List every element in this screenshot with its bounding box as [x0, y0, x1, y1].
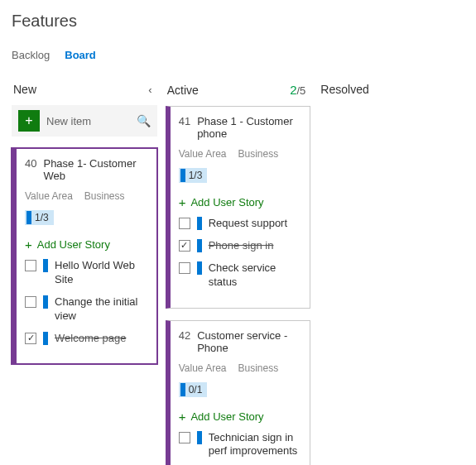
story-color-bar — [197, 431, 202, 444]
story-label: Check service status — [209, 261, 302, 290]
checkbox-icon[interactable] — [179, 218, 190, 229]
chevron-left-icon[interactable]: ‹ — [148, 84, 151, 96]
card-id: 41 — [179, 115, 190, 140]
progress-chip[interactable]: 1/3 — [179, 168, 208, 183]
search-icon[interactable]: 🔍 — [137, 114, 151, 127]
story-item[interactable]: Technician sign in perf improvements — [179, 431, 302, 459]
checkbox-checked-icon[interactable]: ✓ — [25, 333, 36, 344]
story-label: Hello World Web Site — [55, 259, 148, 287]
value-area-value: Business — [238, 362, 279, 374]
story-item[interactable]: ✓ Phone sign in — [179, 239, 302, 253]
story-label: Change the initial view — [55, 295, 148, 324]
story-item[interactable]: Request support — [179, 217, 302, 231]
new-item-row: + New item 🔍 — [12, 105, 157, 137]
column-active-count: 2/5 — [290, 83, 305, 97]
story-item[interactable]: ✓ Welcome page — [25, 332, 148, 346]
card-title: Customer service - Phone — [197, 329, 301, 354]
checkbox-icon[interactable] — [179, 262, 190, 274]
progress-bar-icon — [180, 169, 185, 182]
add-user-story-button[interactable]: + Add User Story — [179, 196, 302, 209]
story-color-bar — [197, 261, 202, 275]
feature-card-42[interactable]: 42 Customer service - Phone Value Area B… — [166, 320, 311, 465]
column-active-title: Active — [167, 84, 199, 97]
checkbox-checked-icon[interactable]: ✓ — [179, 240, 190, 252]
card-title: Phase 1- Customer Web — [43, 157, 147, 182]
page-title: Features — [12, 12, 464, 31]
add-item-button[interactable]: + — [18, 110, 40, 132]
value-area-label: Value Area — [25, 190, 73, 202]
column-new-title: New — [13, 83, 36, 96]
progress-text: 1/3 — [189, 170, 203, 181]
story-item[interactable]: Hello World Web Site — [25, 259, 148, 287]
story-item[interactable]: Check service status — [179, 261, 302, 290]
progress-chip[interactable]: 1/3 — [25, 210, 54, 225]
column-active: Active 2/5 41 Phase 1 - Customer phone V… — [166, 79, 311, 465]
checkbox-icon[interactable] — [25, 296, 36, 308]
story-color-bar — [197, 239, 202, 252]
tab-board[interactable]: Board — [65, 49, 96, 61]
add-user-story-label: Add User Story — [190, 410, 263, 423]
card-title: Phase 1 - Customer phone — [197, 115, 301, 140]
story-item[interactable]: Change the initial view — [25, 295, 148, 324]
add-user-story-label: Add User Story — [190, 196, 263, 209]
column-new: New ‹ + New item 🔍 40 Phase 1- Customer … — [12, 79, 157, 465]
new-item-input[interactable]: New item — [46, 115, 130, 127]
plus-icon: + — [179, 410, 186, 423]
story-label: Welcome page — [55, 332, 126, 346]
plus-icon: + — [25, 238, 32, 251]
checkbox-icon[interactable] — [25, 260, 36, 271]
story-color-bar — [197, 217, 202, 230]
card-id: 42 — [179, 329, 190, 354]
story-color-bar — [43, 332, 48, 345]
value-area-value: Business — [238, 148, 279, 160]
progress-bar-icon — [26, 211, 31, 224]
progress-bar-icon — [180, 383, 185, 396]
value-area-value: Business — [84, 190, 125, 202]
view-tabs: Backlog Board — [12, 49, 464, 61]
value-area-label: Value Area — [179, 362, 227, 374]
story-color-bar — [43, 295, 48, 309]
feature-card-40[interactable]: 40 Phase 1- Customer Web Value Area Busi… — [12, 148, 157, 364]
add-user-story-button[interactable]: + Add User Story — [25, 238, 148, 251]
value-area-label: Value Area — [179, 148, 227, 160]
add-user-story-button[interactable]: + Add User Story — [179, 410, 302, 423]
plus-icon: + — [179, 196, 186, 209]
story-label: Request support — [209, 217, 287, 231]
progress-text: 1/3 — [35, 212, 49, 223]
column-resolved: Resolved — [319, 79, 464, 465]
progress-text: 0/1 — [189, 384, 203, 395]
feature-card-41[interactable]: 41 Phase 1 - Customer phone Value Area B… — [166, 106, 311, 309]
progress-chip[interactable]: 0/1 — [179, 382, 208, 397]
plus-icon: + — [25, 114, 32, 127]
checkbox-icon[interactable] — [179, 432, 190, 443]
story-label: Phone sign in — [209, 239, 274, 253]
add-user-story-label: Add User Story — [37, 238, 110, 251]
column-resolved-title: Resolved — [320, 83, 368, 96]
story-color-bar — [43, 259, 48, 272]
story-label: Technician sign in perf improvements — [209, 431, 302, 459]
tab-backlog[interactable]: Backlog — [12, 49, 50, 61]
card-id: 40 — [25, 157, 36, 182]
